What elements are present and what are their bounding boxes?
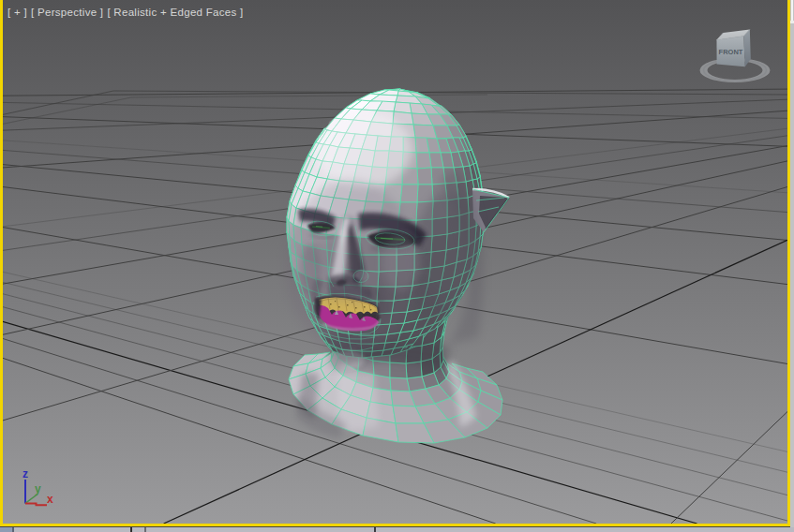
x-axis-label: x	[47, 493, 53, 506]
viewport-label: [ + ][ Perspective ][ Realistic + Edged …	[7, 7, 244, 18]
z-axis-label: z	[22, 467, 28, 480]
viewport-menu-general[interactable]: [ + ]	[7, 7, 27, 18]
viewport-menu-shading[interactable]: [ Realistic + Edged Faces ]	[107, 7, 243, 18]
right-panel-strip	[790, 0, 794, 532]
viewport-window: z y x FRONT [ + ][ Perspective ][ Realis…	[0, 0, 794, 532]
viewport-menu-pov[interactable]: [ Perspective ]	[31, 7, 103, 18]
timeline-strip[interactable]	[0, 527, 794, 532]
viewcube-cube[interactable]: FRONT	[717, 30, 751, 67]
viewcube-front-label[interactable]: FRONT	[719, 48, 743, 56]
y-axis-label: y	[35, 482, 41, 495]
right-scrollbar[interactable]	[791, 0, 793, 21]
time-slider-handle[interactable]	[0, 527, 12, 532]
viewport-canvas[interactable]	[0, 0, 794, 532]
